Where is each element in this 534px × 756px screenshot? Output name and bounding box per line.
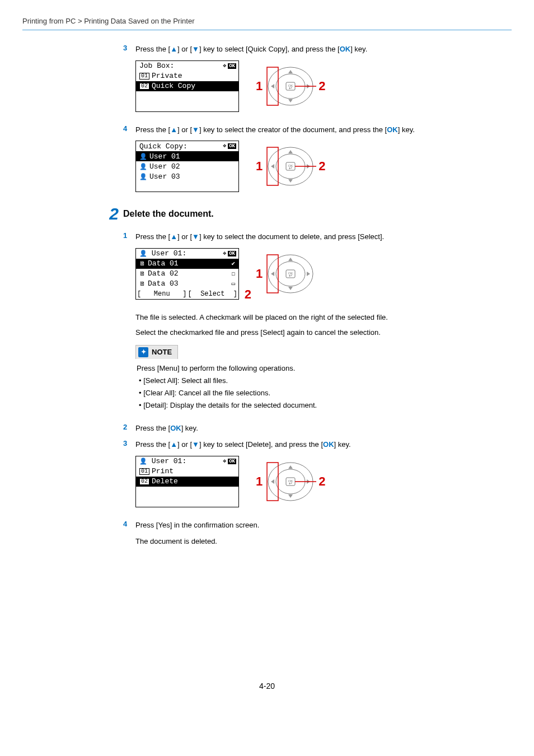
step-number: 2 <box>123 423 135 431</box>
breadcrumb: Printing from PC > Printing Data Saved o… <box>22 17 512 30</box>
step-text: Press the [OK] key. <box>135 423 512 434</box>
document-icon: 🗎 <box>139 280 146 287</box>
note-intro: Press [Menu] to perform the following op… <box>137 362 510 375</box>
callout-1: 1 <box>256 267 263 281</box>
arrow-down-icon: ▼ <box>192 440 199 449</box>
svg-text:↵: ↵ <box>289 86 293 91</box>
row-label: Data 02 <box>148 269 179 278</box>
ok-key: OK <box>170 424 181 432</box>
dpad-illustration: OK ↵ <box>265 64 316 109</box>
svg-text:↵: ↵ <box>289 481 293 486</box>
step-1-4: 4 Press the [▲] or [▼] key to select the… <box>123 124 512 136</box>
dpad-illustration: OK ↵ <box>265 459 316 504</box>
arrow-up-icon: ▲ <box>170 125 177 134</box>
arrow-up-icon: ▲ <box>170 440 177 449</box>
step-text: Press the [▲] or [▼] key to select [Quic… <box>135 44 512 55</box>
note-bullet: • [Detail]: Display the details for the … <box>139 399 510 412</box>
arrow-down-icon: ▼ <box>192 45 199 53</box>
note-label: NOTE <box>152 348 172 356</box>
svg-text:↵: ↵ <box>289 273 293 278</box>
row-number: 01 <box>139 73 149 80</box>
step-number: 3 <box>123 439 135 447</box>
lcd-title: User 01: <box>152 249 186 258</box>
lcd-quick-copy: Quick Copy: ✥OK 👤User 01 👤User 02 👤User … <box>135 141 239 192</box>
checkmark-icon: ✔ <box>231 260 235 267</box>
section-2-heading: 2 Delete the document. <box>101 204 512 223</box>
note-bullet: • [Clear All]: Cancel all the file selec… <box>139 387 510 399</box>
lcd-title: Quick Copy: <box>139 142 188 151</box>
svg-text:↵: ↵ <box>289 166 293 171</box>
checkbox-icon: ▭ <box>231 280 235 287</box>
row-label: User 01 <box>149 152 180 161</box>
user-icon: 👤 <box>139 153 147 160</box>
nav-ok-indicator: ✥OK <box>223 63 236 69</box>
lcd-title: User 01: <box>152 457 186 465</box>
arrow-up-icon: ▲ <box>170 45 177 53</box>
nav-ok-indicator: ✥OK <box>223 459 236 464</box>
section-number: 2 <box>101 204 119 223</box>
row-label: Print <box>152 467 174 475</box>
row-label: Data 03 <box>148 279 179 288</box>
callout-2: 2 <box>245 287 251 302</box>
row-label: Private <box>152 72 182 80</box>
step-2-4: 4 Press [Yes] in the confirmation screen… <box>123 520 512 531</box>
nav-ok-indicator: ✥OK <box>223 143 236 149</box>
dpad-illustration: OK ↵ <box>265 144 316 189</box>
step-number: 4 <box>123 124 135 133</box>
lcd-job-box: Job Box: ✥OK 01 Private 02 Quick Copy <box>135 60 239 112</box>
paragraph: The document is deleted. <box>135 536 512 547</box>
section-title: Delete the document. <box>123 209 214 219</box>
nav-ok-indicator: ✥OK <box>223 251 236 256</box>
step-2-3: 3 Press the [▲] or [▼] key to select [De… <box>123 439 512 450</box>
lcd-menu-button[interactable]: Menu <box>138 290 186 298</box>
step-1-3: 3 Press the [▲] or [▼] key to select [Qu… <box>123 44 512 55</box>
page-number: 4-20 <box>22 682 512 690</box>
note-icon: ✦ <box>138 347 148 357</box>
note-box: ✦ NOTE Press [Menu] to perform the follo… <box>135 345 512 415</box>
callout-1: 1 <box>256 159 263 174</box>
callout-2: 2 <box>318 474 325 489</box>
document-icon: 🗎 <box>139 260 146 267</box>
arrow-down-icon: ▼ <box>192 125 199 134</box>
step-number: 1 <box>123 231 135 240</box>
user-icon: 👤 <box>139 163 147 170</box>
paragraph: Select the checkmarked file and press [S… <box>135 327 512 338</box>
lcd-user-actions: 👤 User 01: ✥OK 01 Print 02 Delete <box>135 456 239 507</box>
ok-key: OK <box>323 440 334 449</box>
note-bullet: • [Select All]: Select all files. <box>139 375 510 387</box>
row-label: Quick Copy <box>152 82 195 90</box>
step-text: Press the [▲] or [▼] key to select [Dele… <box>135 439 512 450</box>
user-icon: 👤 <box>139 173 147 180</box>
step-number: 4 <box>123 520 135 528</box>
row-label: User 03 <box>149 172 180 181</box>
callout-1: 1 <box>256 474 263 489</box>
row-number: 02 <box>139 83 149 90</box>
user-icon: 👤 <box>139 250 147 257</box>
lcd-user-files: 👤 User 01: ✥OK 🗎Data 01✔ 🗎Data 02☐ 🗎Data… <box>135 248 239 300</box>
lcd-select-button[interactable]: Select <box>189 290 237 298</box>
callout-2: 2 <box>318 159 325 174</box>
ok-key: OK <box>387 125 398 134</box>
paragraph: The file is selected. A checkmark will b… <box>135 312 512 323</box>
arrow-up-icon: ▲ <box>170 232 177 241</box>
step-text: Press the [▲] or [▼] key to select the c… <box>135 124 512 136</box>
step-2-1: 1 Press the [▲] or [▼] key to select the… <box>123 231 512 242</box>
row-label: Data 01 <box>148 259 179 268</box>
lcd-title: Job Box: <box>139 62 174 70</box>
row-number: 02 <box>139 478 149 485</box>
checkbox-icon: ☐ <box>231 270 235 277</box>
callout-1: 1 <box>256 79 263 94</box>
step-2-2: 2 Press the [OK] key. <box>123 423 512 434</box>
step-number: 3 <box>123 44 135 52</box>
row-number: 01 <box>139 468 149 475</box>
dpad-illustration: OK ↵ <box>265 251 316 296</box>
document-icon: 🗎 <box>139 270 146 277</box>
user-icon: 👤 <box>139 458 147 465</box>
callout-2: 2 <box>318 79 325 94</box>
step-text: Press the [▲] or [▼] key to select the d… <box>135 231 512 242</box>
step-text: Press [Yes] in the confirmation screen. <box>135 520 512 531</box>
row-label: User 02 <box>149 162 180 171</box>
row-label: Delete <box>152 477 178 486</box>
ok-key: OK <box>340 45 351 53</box>
arrow-down-icon: ▼ <box>192 232 199 241</box>
